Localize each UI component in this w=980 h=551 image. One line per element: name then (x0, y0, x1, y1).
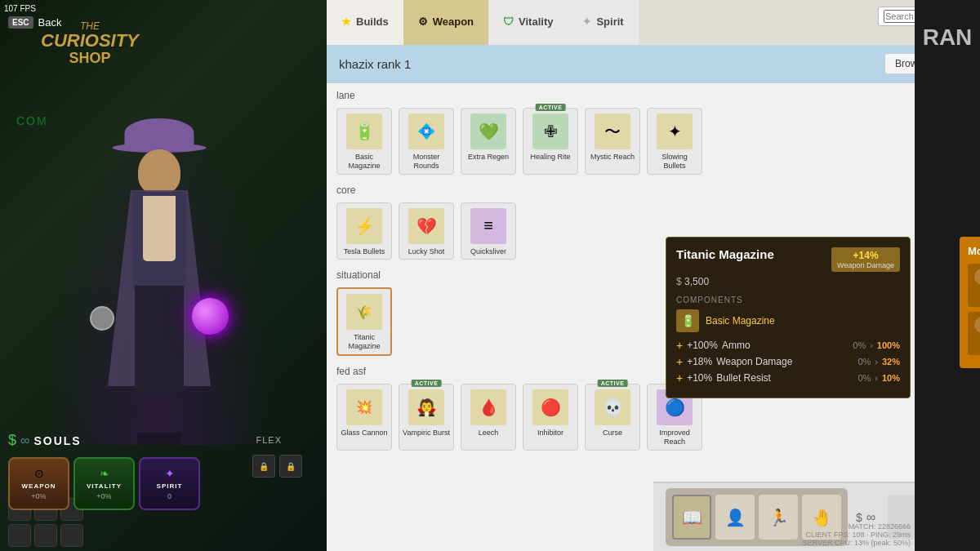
component-item: 🔋 Basic Magazine (676, 309, 900, 332)
nav-item-run[interactable]: 🏃 (759, 495, 798, 540)
vampiric-burst-card[interactable]: ACTIVE 🧛 Vampiric Burst (399, 384, 454, 451)
weapon-icon: ⊙ (34, 467, 44, 480)
spirit-tab-label: Spirit (596, 16, 623, 28)
infinity-icon: ∞ (20, 433, 29, 448)
basic-magazine-icon: 🔋 (346, 113, 382, 149)
souls-icon: $ (8, 432, 16, 449)
wdmg-prefix: +18% (687, 356, 712, 367)
build-title: khazix rank 1 (339, 57, 411, 71)
quicksilver-name: Quicksliver (470, 247, 506, 256)
tesla-bullets-name: Tesla Bullets (344, 247, 385, 256)
modifies-melee-item: ⚔ Light Melee 68 › 74 Heavy Melee 125 › … (968, 312, 980, 355)
curse-icon: 💀 (595, 389, 630, 425)
quicksilver-card[interactable]: ≡ Quicksliver (461, 202, 516, 260)
ammo-mod-icon: ⊙ (974, 269, 980, 285)
br-label: Bullet Resist (716, 372, 771, 384)
tooltip-price-val: 3,500 (684, 276, 709, 287)
component-name: Basic Magazine (706, 315, 775, 327)
spirit-label: SPIRIT (157, 482, 183, 490)
tabs-container: ★ Builds ⚙ Weapon 🛡 Vitality ✦ Spirit ✕ (327, 0, 980, 45)
inhibitor-icon: 🔴 (532, 389, 568, 425)
shop-logo: THE CURIOSITY SHOP (41, 20, 139, 67)
basic-magazine-card[interactable]: 🔋 Basic Magazine (336, 108, 392, 175)
inhibitor-name: Inhibitor (537, 429, 564, 438)
spirit-stat-bar[interactable]: ✦ SPIRIT 0 (139, 457, 200, 510)
modifies-ammo-row: ⊙ Ammo 52 › 104 (974, 269, 980, 285)
nav-item-book[interactable]: 📖 (672, 495, 711, 540)
lucky-shot-card[interactable]: 💔 Lucky Shot (399, 202, 454, 260)
vitality-tab-label: Vitality (519, 16, 553, 28)
tab-builds[interactable]: ★ Builds (327, 0, 403, 45)
wdmg-boost: 32% (882, 357, 900, 367)
nav-item-person[interactable]: 👤 (715, 495, 755, 540)
ran-text: RAN (923, 24, 973, 51)
component-icon: 🔋 (676, 309, 699, 332)
tooltip-title: Titanic Magazine (676, 247, 774, 261)
tooltip-popup: Titanic Magazine +14% Weapon Damage $ 3,… (666, 237, 911, 398)
esc-button[interactable]: ESC (8, 16, 33, 29)
tooltip-type: Weapon Damage (837, 261, 894, 269)
star-icon: ★ (341, 16, 351, 28)
character-silhouette (45, 102, 274, 445)
ammo-prefix: +100% (687, 340, 718, 351)
left-panel: 107 FPS ESC Back THE CURIOSITY SHOP COM (0, 0, 327, 551)
monster-rounds-card[interactable]: 💠 Monster Rounds (399, 108, 454, 175)
monster-rounds-name: Monster Rounds (403, 153, 450, 171)
titanic-magazine-name: Titanic Magazine (341, 333, 387, 351)
melee-subrow: Heavy Melee 125 › 135 (974, 335, 980, 350)
ammo-base: 0% (853, 340, 866, 350)
weapon-value: +0% (31, 492, 46, 500)
tesla-bullets-card[interactable]: ⚡ Tesla Bullets (336, 202, 392, 260)
dollar-icon: $ (676, 276, 682, 287)
tab-spirit[interactable]: ✦ Spirit (568, 0, 638, 45)
vitality-tab-icon: 🛡 (503, 16, 514, 28)
weapon-label: WEAPON (22, 482, 56, 490)
tab-vitality[interactable]: 🛡 Vitality (488, 0, 568, 45)
stat-bars: ⊙ WEAPON +0% ❧ VITALITY +0% ✦ SPIRIT 0 (8, 457, 200, 510)
inhibitor-card[interactable]: 🔴 Inhibitor (523, 384, 578, 451)
improved-reach-name: Improved Reach (651, 429, 698, 447)
modifies-melee-row: ⚔ Light Melee 68 › 74 (974, 317, 980, 333)
slowing-bullets-name: Slowing Bullets (651, 153, 698, 171)
spirit-value: 0 (167, 492, 172, 500)
lucky-shot-icon: 💔 (408, 208, 444, 244)
titanic-magazine-card[interactable]: 🌾 Titanic Magazine (336, 287, 392, 356)
mystic-reach-icon: 〜 (595, 113, 630, 149)
extra-regen-card[interactable]: 💚 Extra Regen (461, 108, 516, 175)
extra-regen-name: Extra Regen (468, 153, 509, 162)
glass-cannon-card[interactable]: 💥 Glass Cannon (336, 384, 392, 451)
vitality-stat-bar[interactable]: ❧ VITALITY +0% (74, 457, 135, 510)
weapon-tab-icon: ⚙ (418, 16, 428, 28)
build-header: khazix rank 1 Browse Builds (327, 45, 980, 83)
quicksilver-icon: ≡ (470, 208, 506, 244)
lock-icon-1: 🔒 (259, 462, 269, 471)
souls-display: $ ∞ SOULS (8, 432, 82, 449)
leech-card[interactable]: 🩸 Leech (461, 384, 516, 451)
match-info: MATCH: 22826666 (803, 522, 911, 531)
slowing-bullets-card[interactable]: ✦ Slowing Bullets (647, 108, 702, 175)
mystic-reach-card[interactable]: 〜 Mystic Reach (585, 108, 640, 175)
lane-label: lane (336, 90, 970, 101)
character-area (16, 102, 302, 469)
tab-weapon[interactable]: ⚙ Weapon (403, 0, 488, 45)
spirit-tab-icon: ✦ (582, 16, 591, 28)
br-boost: 10% (882, 373, 900, 383)
weapon-tab-label: Weapon (433, 16, 474, 28)
br-arrow: › (875, 373, 878, 383)
client-info: CLIENT FPS: 108 · PING: 29ms (803, 531, 911, 539)
flex-slots: 🔒 🔒 (252, 455, 302, 478)
weapon-stat-bar[interactable]: ⊙ WEAPON +0% (8, 457, 69, 510)
wdmg-base: 0% (858, 357, 871, 367)
healing-rite-card[interactable]: ACTIVE ✙ Healing Rite (523, 108, 578, 175)
curse-card[interactable]: ACTIVE 💀 Curse (585, 384, 640, 451)
modifies-ammo-item: ⊙ Ammo 52 › 104 Bullet Damage 6.27 › 7.2… (968, 264, 980, 307)
ammo-label: Ammo (722, 340, 751, 351)
souls-label: SOULS (33, 434, 81, 447)
vitality-value: +0% (96, 492, 111, 500)
core-label: core (336, 184, 970, 196)
item-slot-6 (60, 524, 83, 547)
spirit-icon: ✦ (165, 467, 175, 480)
lane-section: lane 🔋 Basic Magazine 💠 Monster Rounds 💚… (336, 90, 970, 175)
bullet-damage-label: Bullet Damage (974, 287, 980, 302)
lucky-shot-name: Lucky Shot (408, 247, 445, 256)
